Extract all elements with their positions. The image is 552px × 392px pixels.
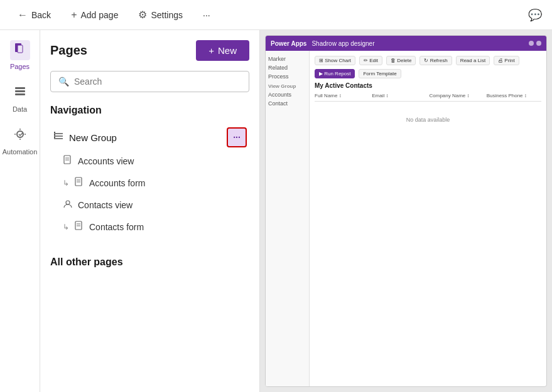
nav-group-header: New Group ··· [50, 124, 249, 151]
preview-th-fullname: Full Name ↕ [315, 93, 369, 98]
svg-rect-2 [15, 87, 25, 89]
automation-icon [13, 127, 27, 144]
preview-main: ⊞ Show Chart ✏ Edit 🗑 Delete ↻ Refresh R… [310, 51, 546, 386]
preview-section-viewgroup: View Group [268, 83, 306, 89]
pages-panel: Pages + New 🔍 Navigation [40, 30, 260, 392]
preview-btn-formtemplate: Form Template [359, 69, 401, 78]
more-label: ··· [203, 10, 210, 20]
sidebar-item-data[interactable]: Data [3, 78, 38, 118]
sidebar-item-pages[interactable]: Pages [3, 35, 38, 75]
top-bar: ← Back + Add page ⚙ Settings ··· 💬 [0, 0, 552, 30]
search-box: 🔍 [50, 71, 249, 92]
preview-sidebar: Marker Related Process View Group Accoun… [266, 51, 310, 386]
preview-empty-text: No data available [315, 104, 541, 135]
preview-topbar: Power Apps Shadrow app designer [266, 36, 546, 51]
sidebar-item-automation[interactable]: Automation [3, 120, 38, 161]
contacts-view-item[interactable]: Contacts view [60, 195, 249, 215]
nav-group-label: New Group [69, 132, 117, 143]
back-label: Back [31, 10, 51, 20]
accounts-view-label: Accounts view [78, 156, 134, 166]
data-icon [13, 85, 27, 102]
search-icon: 🔍 [58, 77, 69, 87]
preview-btn-readlist: Read a List [456, 56, 490, 65]
nav-group: New Group ··· Accounts view ↳ [50, 124, 249, 236]
pages-icon [13, 42, 27, 59]
preview-layout: Marker Related Process View Group Accoun… [266, 51, 546, 386]
gear-icon: ⚙ [138, 9, 147, 21]
add-page-button[interactable]: + Add page [63, 6, 126, 24]
nav-items: Accounts view ↳ Accounts form [50, 151, 249, 236]
new-button[interactable]: + New [196, 40, 249, 61]
preview-btn-runrepost: ▶ Run Repost [315, 69, 355, 78]
preview-panel: Power Apps Shadrow app designer Marker R… [260, 30, 552, 392]
sidebar-data-label: Data [13, 105, 27, 113]
indent-icon: ↳ [63, 179, 69, 188]
chat-icon[interactable]: 💬 [528, 8, 542, 22]
contacts-form-icon [74, 221, 84, 233]
back-button[interactable]: ← Back [10, 6, 58, 24]
preview-nav-contact: Contact [268, 99, 306, 108]
contacts-form-item[interactable]: ↳ Contacts form [60, 217, 249, 236]
page-icon [63, 155, 73, 167]
contacts-icon [63, 199, 73, 211]
contacts-view-label: Contacts view [78, 200, 133, 210]
preview-btn-showchart: ⊞ Show Chart [315, 56, 355, 65]
accounts-form-label: Accounts form [89, 178, 145, 188]
preview-toolbar: ⊞ Show Chart ✏ Edit 🗑 Delete ↻ Refresh R… [315, 56, 541, 78]
nav-group-more-button[interactable]: ··· [227, 127, 247, 147]
sidebar-pages-label: Pages [10, 63, 30, 70]
preview-th-company: Company Name ↕ [430, 93, 484, 98]
preview-th-email: Email ↕ [372, 93, 426, 98]
svg-point-18 [66, 201, 70, 204]
back-icon: ← [18, 9, 28, 21]
navigation-section-title: Navigation [50, 105, 249, 116]
form-icon [74, 177, 84, 189]
preview-nav-related: Related [268, 63, 306, 72]
svg-point-5 [17, 131, 23, 137]
accounts-view-item[interactable]: Accounts view [60, 151, 249, 171]
contacts-form-label: Contacts form [89, 222, 144, 232]
plus-icon: + [71, 9, 77, 21]
preview-appname: Shadrow app designer [311, 40, 374, 47]
preview-inner: Power Apps Shadrow app designer Marker R… [265, 35, 547, 387]
more-button[interactable]: ··· [195, 6, 218, 24]
preview-nav-accounts: Accounts [268, 90, 306, 99]
indent-icon-2: ↳ [63, 223, 69, 231]
main-layout: Pages Data [0, 30, 552, 392]
new-plus-icon: + [208, 45, 214, 56]
preview-nav-marker: Marker [268, 55, 306, 63]
settings-button[interactable]: ⚙ Settings [131, 5, 190, 24]
preview-btn-refresh: ↻ Refresh [419, 56, 452, 65]
sidebar-automation-label: Automation [3, 148, 38, 156]
list-icon [53, 130, 64, 144]
new-label: New [218, 45, 237, 56]
accounts-form-item[interactable]: ↳ Accounts form [60, 173, 249, 193]
preview-btn-delete: 🗑 Delete [386, 56, 416, 65]
settings-label: Settings [151, 10, 183, 20]
add-page-label: Add page [80, 10, 118, 20]
search-input[interactable] [74, 77, 241, 87]
preview-heading: My Active Contacts [315, 82, 541, 89]
svg-rect-1 [18, 45, 23, 53]
preview-nav-process: Process [268, 72, 306, 81]
all-other-pages-label: All other pages [50, 257, 249, 268]
pages-header: Pages + New [50, 40, 249, 61]
preview-th-phone: Business Phone ↕ [487, 93, 541, 98]
preview-controls [529, 41, 541, 46]
svg-rect-4 [15, 93, 25, 95]
svg-rect-3 [15, 90, 25, 92]
preview-table-header: Full Name ↕ Email ↕ Company Name ↕ Busin… [315, 93, 541, 102]
pages-title: Pages [50, 43, 87, 58]
preview-btn-print: 🖨 Print [494, 56, 519, 65]
sidebar: Pages Data [0, 30, 40, 392]
preview-logo: Power Apps [271, 40, 306, 47]
preview-btn-edit: ✏ Edit [359, 56, 382, 65]
